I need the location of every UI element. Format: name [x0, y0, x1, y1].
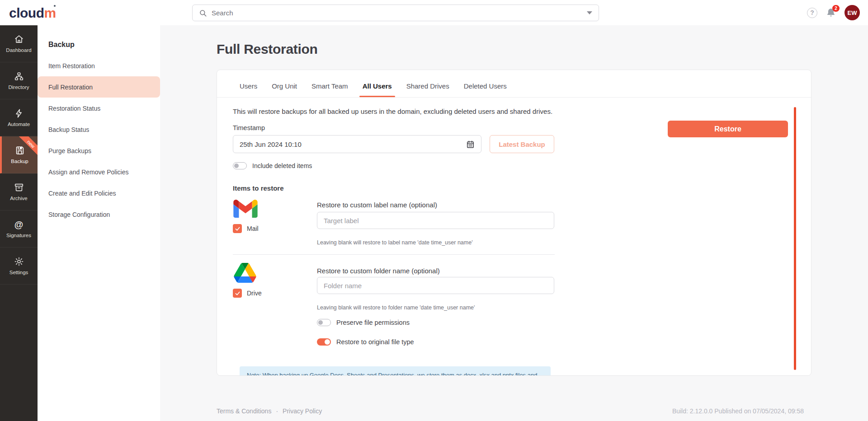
tab-users[interactable]: Users — [240, 82, 257, 97]
toggle-label: Restore to original file type — [336, 338, 414, 346]
main-content: Full Restoration Users Org Unit Smart Te… — [160, 25, 868, 421]
rail-item-automate[interactable]: Automate — [0, 99, 38, 136]
mail-checkbox-row[interactable]: Mail — [233, 224, 259, 233]
archive-icon — [14, 182, 24, 192]
gear-icon — [14, 257, 24, 267]
rail-label: Signatures — [6, 233, 31, 238]
drive-label: Drive — [247, 290, 262, 297]
sitemap-icon — [14, 71, 24, 81]
sidenav-title: Backup — [38, 25, 160, 55]
sidenav-item-restoration-status[interactable]: Restoration Status — [38, 98, 160, 119]
rail-label: Automate — [8, 122, 30, 127]
sidenav-item-assign-remove-policies[interactable]: Assign and Remove Policies — [38, 161, 160, 182]
google-drive-icon — [234, 263, 256, 283]
home-icon — [14, 34, 24, 44]
folder-name-input[interactable] — [317, 277, 554, 294]
toggle-label: Preserve file permissions — [336, 319, 410, 326]
timestamp-input[interactable] — [240, 140, 466, 148]
mail-checkbox[interactable] — [233, 224, 242, 233]
sidenav-item-full-restoration[interactable]: Full Restoration — [38, 76, 160, 98]
toggle-knob — [318, 320, 323, 325]
privacy-link[interactable]: Privacy Policy — [283, 407, 322, 415]
full-restoration-card: Users Org Unit Smart Team All Users Shar… — [217, 70, 811, 376]
mail-helper-text: Leaving blank will restore to label name… — [317, 239, 473, 246]
rail-label: Settings — [9, 270, 28, 275]
help-button[interactable]: ? — [807, 8, 817, 18]
rail-label: Dashboard — [6, 47, 31, 53]
at-sign-icon: @ — [14, 220, 24, 229]
rail-item-backup[interactable]: new Backup — [0, 136, 38, 173]
rail-item-signatures[interactable]: @ Signatures — [0, 210, 38, 248]
tab-all-users[interactable]: All Users — [363, 82, 392, 97]
logo-text-cloud: cloud — [9, 5, 44, 20]
latest-backup-button[interactable]: Latest Backup — [490, 135, 554, 153]
sidenav-item-purge-backups[interactable]: Purge Backups — [38, 140, 160, 161]
footer-links: Terms & Conditions · Privacy Policy — [217, 407, 322, 415]
top-bar: cloudm ? 2 EW — [0, 0, 868, 25]
lightning-icon — [14, 108, 24, 118]
tab-description: This will restore backups for all backed… — [233, 108, 552, 115]
sidenav-item-backup-status[interactable]: Backup Status — [38, 119, 160, 140]
primary-nav-rail: Dashboard Directory Automate new Backup … — [0, 25, 38, 421]
rail-label: Archive — [10, 196, 27, 201]
drive-helper-text: Leaving blank will restore to folder nam… — [317, 304, 475, 311]
items-to-restore-heading: Items to restore — [233, 184, 284, 192]
save-icon — [15, 145, 25, 155]
drive-field-label: Restore to custom folder name (optional) — [317, 267, 440, 275]
gmail-icon — [233, 200, 258, 218]
preserve-permissions-toggle[interactable] — [317, 319, 331, 326]
tab-shared-drives[interactable]: Shared Drives — [406, 82, 449, 97]
timestamp-label: Timestamp — [233, 124, 265, 131]
tab-deleted-users[interactable]: Deleted Users — [464, 82, 507, 97]
check-icon — [235, 290, 241, 296]
question-mark-icon: ? — [810, 9, 814, 16]
rail-label: Backup — [11, 159, 28, 164]
include-deleted-items-toggle-row[interactable]: Include deleted items — [233, 162, 312, 169]
mail-field-label: Restore to custom label name (optional) — [317, 201, 437, 209]
rail-item-settings[interactable]: Settings — [0, 248, 38, 285]
drive-checkbox-row[interactable]: Drive — [233, 289, 262, 298]
search-icon — [199, 9, 207, 17]
notifications-button[interactable]: 2 — [826, 7, 836, 18]
original-file-type-toggle[interactable] — [317, 338, 331, 346]
original-file-type-toggle-row[interactable]: Restore to original file type — [317, 338, 414, 346]
search-dropdown-caret-icon[interactable] — [587, 11, 592, 14]
sidenav-item-storage-configuration[interactable]: Storage Configuration — [38, 204, 160, 225]
build-info: Build: 2.12.0.0 Published on 07/05/2024,… — [672, 407, 804, 415]
check-icon — [235, 226, 241, 232]
section-divider — [233, 254, 555, 255]
notification-count-badge: 2 — [832, 5, 840, 12]
terms-link[interactable]: Terms & Conditions — [217, 407, 271, 415]
toggle-knob — [325, 339, 330, 345]
tab-org-unit[interactable]: Org Unit — [272, 82, 297, 97]
topbar-actions: ? 2 EW — [807, 0, 860, 25]
cloudm-logo[interactable]: cloudm — [9, 5, 56, 21]
tab-smart-team[interactable]: Smart Team — [311, 82, 348, 97]
rail-label: Directory — [8, 84, 29, 90]
rail-item-archive[interactable]: Archive — [0, 173, 38, 210]
toggle-label: Include deleted items — [252, 162, 312, 169]
rail-item-dashboard[interactable]: Dashboard — [0, 25, 38, 62]
calendar-icon[interactable] — [466, 140, 475, 149]
sidenav-item-create-edit-policies[interactable]: Create and Edit Policies — [38, 182, 160, 204]
card-scrollbar-thumb[interactable] — [794, 107, 796, 370]
search-input[interactable] — [212, 9, 582, 17]
footer-separator: · — [276, 407, 278, 415]
toggle-knob — [234, 164, 239, 168]
sidenav-item-item-restoration[interactable]: Item Restoration — [38, 55, 160, 76]
drive-checkbox[interactable] — [233, 289, 242, 298]
docs-conversion-note: Note: When backing up Google Docs, Sheet… — [240, 366, 551, 376]
page-title: Full Restoration — [217, 42, 318, 57]
rail-item-directory[interactable]: Directory — [0, 62, 38, 99]
restoration-tabs: Users Org Unit Smart Team All Users Shar… — [217, 70, 811, 98]
restore-button[interactable]: Restore — [668, 121, 788, 137]
logo-text-m: m — [44, 5, 56, 20]
mail-label: Mail — [247, 225, 259, 232]
global-search[interactable] — [192, 5, 599, 21]
user-avatar[interactable]: EW — [844, 5, 860, 20]
timestamp-field[interactable] — [233, 135, 481, 153]
target-label-input[interactable] — [317, 212, 554, 229]
include-deleted-items-toggle[interactable] — [233, 162, 247, 169]
backup-section-nav: Backup Item Restoration Full Restoration… — [38, 25, 160, 421]
preserve-permissions-toggle-row[interactable]: Preserve file permissions — [317, 319, 410, 326]
